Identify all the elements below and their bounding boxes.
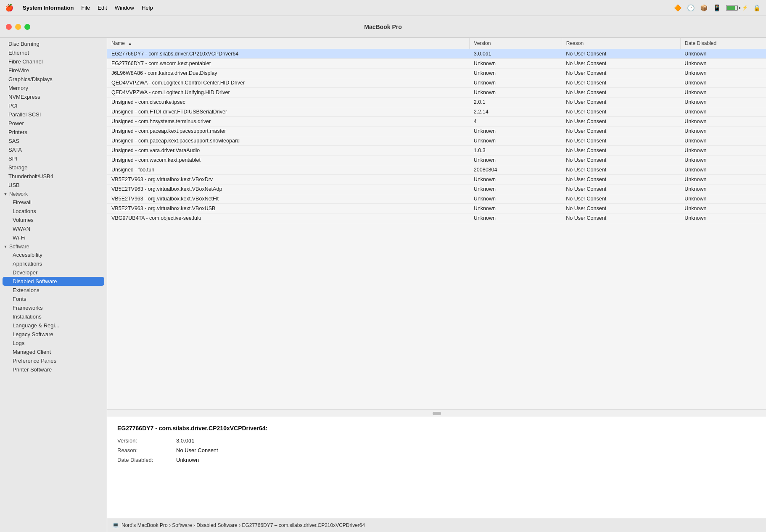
sidebar-item-nvmexpress[interactable]: NVMExpress <box>0 92 107 101</box>
cell-name: Unsigned - com.hzsystems.terminus.driver <box>107 117 470 126</box>
sidebar-item-frameworks[interactable]: Frameworks <box>0 303 107 312</box>
sidebar-item-power[interactable]: Power <box>0 119 107 128</box>
sidebar-item-memory[interactable]: Memory <box>0 84 107 92</box>
sidebar-item-language-regi[interactable]: Language & Regi... <box>0 321 107 330</box>
cell-date-disabled: Unknown <box>680 213 766 223</box>
sidebar-item-disabled-software[interactable]: Disabled Software <box>3 277 104 286</box>
table-row[interactable]: Unsigned - com.hzsystems.terminus.driver… <box>107 117 766 126</box>
cell-name: VB5E2TV963 - org.virtualbox.kext.VBoxNet… <box>107 184 470 194</box>
cell-reason: No User Consent <box>562 146 680 155</box>
cell-reason: No User Consent <box>562 213 680 223</box>
sidebar-item-volumes[interactable]: Volumes <box>0 216 107 224</box>
table-container[interactable]: Name ▲ Version Reason Date Disabled EG27… <box>107 38 766 409</box>
sidebar-item-developer[interactable]: Developer <box>0 268 107 277</box>
sidebar-item-wi-fi[interactable]: Wi-Fi <box>0 233 107 242</box>
cell-date-disabled: Unknown <box>680 194 766 204</box>
sidebar-item-printer-software[interactable]: Printer Software <box>0 365 107 374</box>
sidebar-item-fonts[interactable]: Fonts <box>0 295 107 303</box>
table-row[interactable]: VB5E2TV963 - org.virtualbox.kext.VBoxUSB… <box>107 204 766 213</box>
cell-name: Unsigned - com.FTDI.driver.FTDIUSBSerial… <box>107 107 470 117</box>
sidebar-item-spi[interactable]: SPI <box>0 154 107 163</box>
sidebar-item-applications[interactable]: Applications <box>0 259 107 268</box>
detail-field-value: Unknown <box>176 457 756 463</box>
horizontal-scrollbar[interactable] <box>107 409 766 417</box>
menu-file[interactable]: File <box>81 5 90 11</box>
sidebar-item-locations[interactable]: Locations <box>0 207 107 216</box>
cell-version: Unknown <box>470 136 562 146</box>
sidebar-item-firewall[interactable]: Firewall <box>0 198 107 207</box>
table-row[interactable]: QED4VVPZWA - com.Logitech.Control Center… <box>107 78 766 88</box>
cell-version: Unknown <box>470 78 562 88</box>
table-row[interactable]: Unsigned - foo.tun 20080804 No User Cons… <box>107 165 766 175</box>
network-section-header[interactable]: ▼ Network <box>0 190 107 198</box>
maximize-button[interactable] <box>24 24 30 30</box>
column-header-reason[interactable]: Reason <box>562 38 680 49</box>
cell-reason: No User Consent <box>562 107 680 117</box>
cell-name: VBG97UB4TA - com.objective-see.lulu <box>107 213 470 223</box>
sidebar-item-disc-burning[interactable]: Disc Burning <box>0 40 107 48</box>
sidebar-item-graphics-displays[interactable]: Graphics/Displays <box>0 75 107 84</box>
table-row[interactable]: Unsigned - com.wacom.kext.pentablet Unkn… <box>107 155 766 165</box>
cell-name: QED4VVPZWA - com.Logitech.Control Center… <box>107 78 470 88</box>
sidebar-item-wwan[interactable]: WWAN <box>0 224 107 233</box>
table-row[interactable]: Unsigned - com.vara.driver.VaraAudio 1.0… <box>107 146 766 155</box>
cell-version: 20080804 <box>470 165 562 175</box>
sidebar-item-preference-panes[interactable]: Preference Panes <box>0 356 107 365</box>
time-machine-icon: 🕐 <box>687 4 695 12</box>
cell-date-disabled: Unknown <box>680 59 766 68</box>
table-row[interactable]: Unsigned - com.cisco.nke.ipsec 2.0.1 No … <box>107 97 766 107</box>
sidebar-item-installations[interactable]: Installations <box>0 312 107 321</box>
sidebar-item-sas[interactable]: SAS <box>0 137 107 145</box>
detail-field-label: Date Disabled: <box>117 457 176 463</box>
column-header-version[interactable]: Version <box>470 38 562 49</box>
menu-edit[interactable]: Edit <box>98 5 107 11</box>
cell-reason: No User Consent <box>562 117 680 126</box>
sidebar-item-fibre-channel[interactable]: Fibre Channel <box>0 57 107 66</box>
sidebar-item-legacy-software[interactable]: Legacy Software <box>0 330 107 339</box>
table-row[interactable]: Unsigned - com.paceap.kext.pacesupport.s… <box>107 136 766 146</box>
menu-help[interactable]: Help <box>142 5 153 11</box>
menu-window[interactable]: Window <box>115 5 134 11</box>
table-row[interactable]: Unsigned - com.FTDI.driver.FTDIUSBSerial… <box>107 107 766 117</box>
minimize-button[interactable] <box>15 24 21 30</box>
table-row[interactable]: Unsigned - com.paceap.kext.pacesupport.m… <box>107 126 766 136</box>
cell-date-disabled: Unknown <box>680 49 766 59</box>
sidebar: Disc Burning Ethernet Fibre Channel Fire… <box>0 38 107 532</box>
table-row[interactable]: VBG97UB4TA - com.objective-see.lulu Unkn… <box>107 213 766 223</box>
apple-menu-icon[interactable]: 🍎 <box>5 4 13 12</box>
sidebar-item-ethernet[interactable]: Ethernet <box>0 48 107 57</box>
table-row[interactable]: VB5E2TV963 - org.virtualbox.kext.VBoxNet… <box>107 184 766 194</box>
sidebar-item-managed-client[interactable]: Managed Client <box>0 348 107 356</box>
hscroll-thumb[interactable] <box>433 412 441 415</box>
sidebar-item-parallel-scsi[interactable]: Parallel SCSI <box>0 110 107 119</box>
cell-reason: No User Consent <box>562 155 680 165</box>
software-section-header[interactable]: ▼ Software <box>0 242 107 250</box>
table-row[interactable]: EG27766DY7 - com.wacom.kext.pentablet Un… <box>107 59 766 68</box>
sidebar-item-storage[interactable]: Storage <box>0 163 107 172</box>
sidebar-item-usb[interactable]: USB <box>0 181 107 190</box>
cell-date-disabled: Unknown <box>680 68 766 78</box>
software-section-label: Software <box>9 244 29 250</box>
table-row[interactable]: EG27766DY7 - com.silabs.driver.CP210xVCP… <box>107 49 766 59</box>
vlc-icon: 🔶 <box>674 4 682 12</box>
sidebar-item-accessibility[interactable]: Accessibility <box>0 250 107 259</box>
table-row[interactable]: VB5E2TV963 - org.virtualbox.kext.VBoxDrv… <box>107 175 766 184</box>
sidebar-item-thunderbolt-usb4[interactable]: Thunderbolt/USB4 <box>0 172 107 181</box>
sidebar-item-printers[interactable]: Printers <box>0 128 107 137</box>
sidebar-item-pci[interactable]: PCI <box>0 101 107 110</box>
sidebar-item-sata[interactable]: SATA <box>0 145 107 154</box>
cell-version: Unknown <box>470 68 562 78</box>
sidebar-item-extensions[interactable]: Extensions <box>0 286 107 295</box>
sidebar-item-firewire[interactable]: FireWire <box>0 66 107 75</box>
table-area: Name ▲ Version Reason Date Disabled EG27… <box>107 38 766 417</box>
network-disclosure-triangle: ▼ <box>3 192 8 196</box>
table-row[interactable]: J6L96W8A86 - com.kairos.driver.DuetDispl… <box>107 68 766 78</box>
table-row[interactable]: VB5E2TV963 - org.virtualbox.kext.VBoxNet… <box>107 194 766 204</box>
cell-version: 3.0.0d1 <box>470 49 562 59</box>
table-row[interactable]: QED4VVPZWA - com.Logitech.Unifying.HID D… <box>107 88 766 97</box>
traffic-lights <box>6 24 30 30</box>
sidebar-item-logs[interactable]: Logs <box>0 339 107 348</box>
close-button[interactable] <box>6 24 12 30</box>
column-header-name[interactable]: Name ▲ <box>107 38 470 49</box>
column-header-date-disabled[interactable]: Date Disabled <box>680 38 766 49</box>
